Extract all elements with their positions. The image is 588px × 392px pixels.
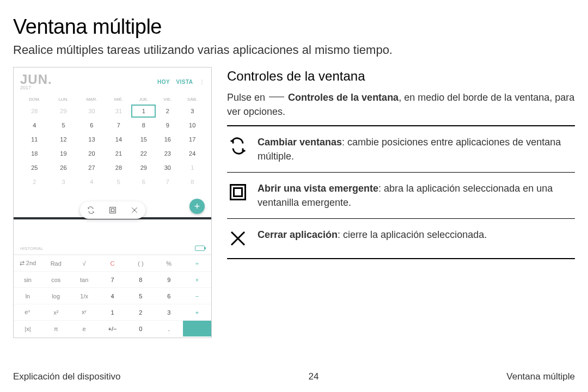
calendar-cell: 23 (156, 146, 179, 161)
calc-key: 9 (155, 271, 183, 287)
calendar-cell: 12 (50, 132, 77, 146)
calendar-cell: 4 (77, 175, 106, 189)
calendar-cell: 6 (131, 175, 156, 189)
calc-key: 6 (155, 287, 183, 304)
popup-icon (108, 206, 117, 215)
calc-key: C (99, 255, 127, 271)
calendar-cell: 7 (156, 175, 179, 189)
section-title: Controles de la ventana (227, 67, 575, 86)
calendar-cell: 7 (107, 118, 131, 132)
svg-rect-2 (231, 185, 246, 200)
control-text: : cierre la aplicación seleccionada. (338, 229, 487, 240)
calendar-tabs: HOY VISTA ⋮ (153, 79, 205, 85)
calendar-cell: 13 (77, 132, 106, 146)
svg-rect-3 (234, 188, 242, 197)
calendar-cell: 15 (131, 132, 156, 146)
calendar-cell: 5 (50, 118, 77, 132)
calendar-cell: 28 (19, 104, 50, 118)
calc-key: ( ) (126, 255, 155, 271)
calendar-tab-today: HOY (157, 79, 170, 85)
calculator-history-label: HISTORIAL (20, 246, 43, 251)
calc-key: Rad (42, 255, 70, 271)
calendar-cell: 30 (77, 104, 106, 118)
battery-icon (195, 246, 205, 251)
control-label: Cambiar ventanas (258, 137, 342, 148)
calendar-dow: LUN. (50, 95, 77, 104)
calendar-dow: VIE. (156, 95, 179, 104)
calc-key: xʸ (70, 304, 99, 320)
control-item-close: Cerrar aplicación: cierre la aplicación … (227, 222, 575, 255)
calc-key: x² (42, 304, 70, 320)
calculator-keypad: ⇄ 2ndRad√C( )%÷sincostan789×lnlog1/x456−… (14, 255, 211, 336)
calendar-cell: 11 (19, 132, 50, 146)
close-icon (227, 228, 249, 249)
calc-key: % (155, 255, 183, 271)
section-intro: Pulse en Controles de la ventana, en med… (227, 90, 575, 119)
calendar-cell: 29 (50, 104, 77, 118)
separator (227, 258, 575, 259)
window-controls-pill (80, 201, 145, 219)
calc-key: |x| (14, 320, 42, 336)
separator (227, 125, 575, 126)
separator (227, 172, 575, 173)
calc-key: . (155, 320, 183, 336)
calendar-cell: 9 (156, 118, 179, 132)
calendar-cell: 29 (131, 161, 156, 175)
calc-key: 1/x (70, 287, 99, 304)
calc-key: eˣ (14, 304, 42, 320)
swap-icon (227, 135, 249, 157)
calendar-cell: 8 (131, 118, 156, 132)
calendar-cell: 27 (77, 161, 106, 175)
inline-line-icon (269, 96, 284, 97)
calendar-cell: 2 (19, 175, 50, 189)
calc-key: +/− (99, 320, 127, 336)
svg-rect-1 (111, 209, 114, 211)
separator (227, 218, 575, 219)
calendar-cell: 26 (50, 161, 77, 175)
control-label: Cerrar aplicación (258, 229, 338, 240)
calendar-dow: JUE. (131, 95, 156, 104)
page-footer: Explicación del dispositivo 24 Ventana m… (13, 371, 575, 382)
swap-icon (87, 206, 95, 215)
phone-screenshot: JUN. 2017 HOY VISTA ⋮ DOM.LUN.MAR.MIÉ.JU… (13, 67, 212, 338)
calendar-cell: 19 (50, 146, 77, 161)
calendar-cell: 5 (107, 175, 131, 189)
control-item-swap: Cambiar ventanas: cambie posiciones entr… (227, 130, 575, 169)
calendar-cell: 17 (179, 132, 206, 146)
calc-key: 0 (126, 320, 155, 336)
close-icon (130, 206, 139, 215)
calendar-cell: 30 (156, 161, 179, 175)
calc-key: 4 (99, 287, 127, 304)
calendar-cell: 8 (179, 175, 206, 189)
svg-rect-0 (109, 207, 115, 213)
footer-left: Explicación del dispositivo (13, 371, 121, 382)
calendar-cell: 24 (179, 146, 206, 161)
calc-key: + (183, 304, 211, 320)
calc-key: e (70, 320, 99, 336)
calendar-cell: 4 (19, 118, 50, 132)
calendar-cell: 1 (131, 104, 156, 118)
popup-icon (227, 181, 249, 203)
control-item-popup: Abrir una vista emergente: abra la aplic… (227, 176, 575, 215)
calendar-cell: 3 (179, 104, 206, 118)
calendar-cell: 20 (77, 146, 106, 161)
page-subtitle: Realice múltiples tareas utilizando vari… (13, 43, 575, 57)
calendar-cell: 3 (50, 175, 77, 189)
calc-key: cos (42, 271, 70, 287)
calc-key: tan (70, 271, 99, 287)
calendar-cell: 18 (19, 146, 50, 161)
calendar-dow: MIÉ. (107, 95, 131, 104)
calc-key: = (183, 320, 211, 336)
calc-key: 7 (99, 271, 127, 287)
calc-key: 3 (155, 304, 183, 320)
calc-key: ln (14, 287, 42, 304)
calc-key: − (183, 287, 211, 304)
calc-key: × (183, 271, 211, 287)
calendar-dow: DOM. (19, 95, 50, 104)
calendar-cell: 16 (156, 132, 179, 146)
calendar-cell: 25 (19, 161, 50, 175)
calc-key: 8 (126, 271, 155, 287)
calendar-cell: 14 (107, 132, 131, 146)
calendar-cell: 21 (107, 146, 131, 161)
footer-right: Ventana múltiple (506, 371, 575, 382)
